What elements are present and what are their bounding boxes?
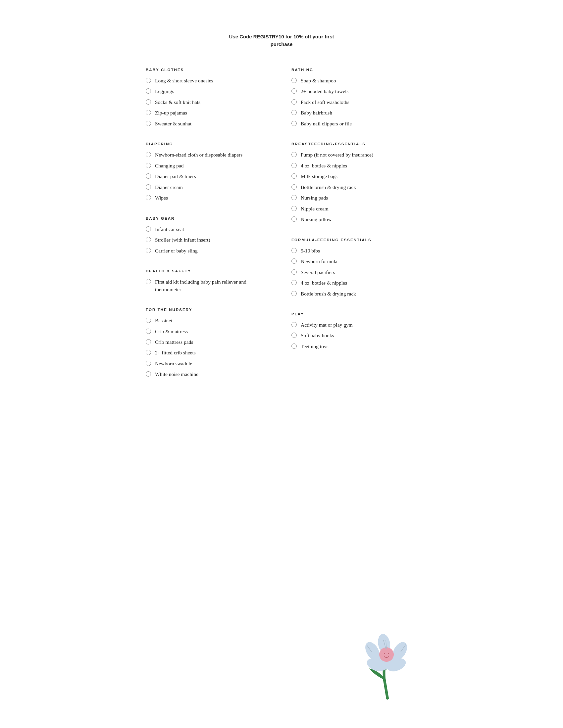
list-item: Bottle brush & drying rack: [292, 184, 417, 191]
checklist-diapering: Newborn-sized cloth or disposable diaper…: [146, 151, 271, 202]
item-label: Nursing pillow: [301, 216, 332, 223]
item-label: Newborn formula: [301, 258, 338, 265]
checkbox-circle[interactable]: [146, 173, 151, 179]
checkbox-circle[interactable]: [292, 184, 297, 190]
list-item: Baby nail clippers or file: [292, 120, 417, 127]
checkbox-circle[interactable]: [146, 339, 151, 344]
content-columns: BABY CLOTHESLong & short sleeve onesiesL…: [146, 68, 417, 393]
checkbox-circle[interactable]: [292, 163, 297, 168]
checkbox-circle[interactable]: [292, 173, 297, 179]
checkbox-circle[interactable]: [292, 248, 297, 253]
right-column: BATHINGSoap & shampoo2+ hooded baby towe…: [292, 68, 417, 365]
checkbox-circle[interactable]: [292, 258, 297, 264]
item-label: Teething toys: [301, 343, 329, 350]
list-item: White noise machine: [146, 371, 271, 378]
list-item: Bassinet: [146, 317, 271, 324]
list-item: Leggings: [146, 88, 271, 95]
checkbox-circle[interactable]: [292, 195, 297, 200]
section-title-baby-clothes: BABY CLOTHES: [146, 68, 271, 72]
list-item: Newborn-sized cloth or disposable diaper…: [146, 151, 271, 159]
item-label: Stroller (with infant insert): [155, 236, 210, 244]
checkbox-circle[interactable]: [292, 280, 297, 285]
checkbox-circle[interactable]: [292, 99, 297, 105]
checkbox-circle[interactable]: [146, 248, 151, 253]
item-label: Crib mattress pads: [155, 339, 193, 346]
checkbox-circle[interactable]: [146, 318, 151, 323]
item-label: Pump (if not covered by insurance): [301, 151, 373, 159]
checkbox-circle[interactable]: [292, 269, 297, 275]
list-item: Newborn formula: [292, 258, 417, 265]
checkbox-circle[interactable]: [146, 152, 151, 157]
list-item: 2+ fitted crib sheets: [146, 349, 271, 356]
checkbox-circle[interactable]: [292, 216, 297, 222]
checkbox-circle[interactable]: [292, 322, 297, 327]
list-item: Crib & mattress: [146, 328, 271, 335]
checkbox-circle[interactable]: [146, 121, 151, 126]
checkbox-circle[interactable]: [146, 237, 151, 242]
checkbox-circle[interactable]: [292, 206, 297, 211]
flower-illustration: [354, 632, 424, 708]
checkbox-circle[interactable]: [146, 226, 151, 232]
checkbox-circle[interactable]: [146, 279, 151, 284]
checkbox-circle[interactable]: [146, 361, 151, 366]
list-item: First aid kit including baby pain reliev…: [146, 278, 271, 293]
item-label: Several pacifiers: [301, 269, 335, 276]
list-item: Milk storage bags: [292, 173, 417, 180]
item-label: Newborn-sized cloth or disposable diaper…: [155, 151, 242, 159]
item-label: Baby hairbrush: [301, 109, 332, 116]
checkbox-circle[interactable]: [292, 152, 297, 157]
checkbox-circle[interactable]: [292, 343, 297, 349]
item-label: Diaper pail & liners: [155, 173, 196, 180]
checkbox-circle[interactable]: [146, 184, 151, 190]
list-item: Bottle brush & drying rack: [292, 290, 417, 297]
checkbox-circle[interactable]: [292, 88, 297, 94]
checkbox-circle[interactable]: [146, 110, 151, 115]
checkbox-circle[interactable]: [292, 121, 297, 126]
checklist-nursery: BassinetCrib & mattressCrib mattress pad…: [146, 317, 271, 378]
section-title-bathing: BATHING: [292, 68, 417, 72]
section-health-safety: HEALTH & SAFETYFirst aid kit including b…: [146, 269, 271, 293]
list-item: Pump (if not covered by insurance): [292, 151, 417, 159]
item-label: White noise machine: [155, 371, 198, 378]
checkbox-circle[interactable]: [292, 110, 297, 115]
list-item: 2+ hooded baby towels: [292, 88, 417, 95]
item-label: Leggings: [155, 88, 174, 95]
item-label: 4 oz. bottles & nipples: [301, 279, 347, 287]
list-item: Socks & soft knit hats: [146, 99, 271, 106]
item-label: Crib & mattress: [155, 328, 188, 335]
item-label: Zip-up pajamas: [155, 109, 187, 116]
checkbox-circle[interactable]: [292, 291, 297, 296]
section-diapering: DIAPERINGNewborn-sized cloth or disposab…: [146, 142, 271, 202]
checkbox-circle[interactable]: [146, 195, 151, 200]
checkbox-circle[interactable]: [146, 88, 151, 94]
section-title-nursery: FOR THE NURSERY: [146, 308, 271, 312]
list-item: Soft baby books: [292, 332, 417, 339]
checklist-health-safety: First aid kit including baby pain reliev…: [146, 278, 271, 293]
list-item: Stroller (with infant insert): [146, 236, 271, 244]
svg-point-8: [384, 653, 385, 654]
checkbox-circle[interactable]: [146, 329, 151, 334]
checkbox-circle[interactable]: [146, 371, 151, 377]
item-label: 2+ fitted crib sheets: [155, 349, 196, 356]
item-label: Newborn swaddle: [155, 360, 192, 367]
checkbox-circle[interactable]: [146, 163, 151, 168]
checkbox-circle[interactable]: [146, 350, 151, 355]
checkbox-circle[interactable]: [292, 78, 297, 83]
list-item: Diaper pail & liners: [146, 173, 271, 180]
item-label: Nursing pads: [301, 194, 328, 202]
list-item: Several pacifiers: [292, 269, 417, 276]
item-label: Changing pad: [155, 162, 184, 169]
list-item: Crib mattress pads: [146, 339, 271, 346]
checkbox-circle[interactable]: [292, 333, 297, 338]
list-item: Activity mat or play gym: [292, 321, 417, 329]
section-bathing: BATHINGSoap & shampoo2+ hooded baby towe…: [292, 68, 417, 127]
item-label: 5-10 bibs: [301, 247, 320, 254]
list-item: 4 oz. bottles & nipples: [292, 279, 417, 287]
item-label: Wipes: [155, 194, 168, 202]
section-nursery: FOR THE NURSERYBassinetCrib & mattressCr…: [146, 308, 271, 378]
checkbox-circle[interactable]: [146, 99, 151, 105]
list-item: 5-10 bibs: [292, 247, 417, 254]
checkbox-circle[interactable]: [146, 78, 151, 83]
section-title-play: PLAY: [292, 312, 417, 316]
list-item: Diaper cream: [146, 184, 271, 191]
